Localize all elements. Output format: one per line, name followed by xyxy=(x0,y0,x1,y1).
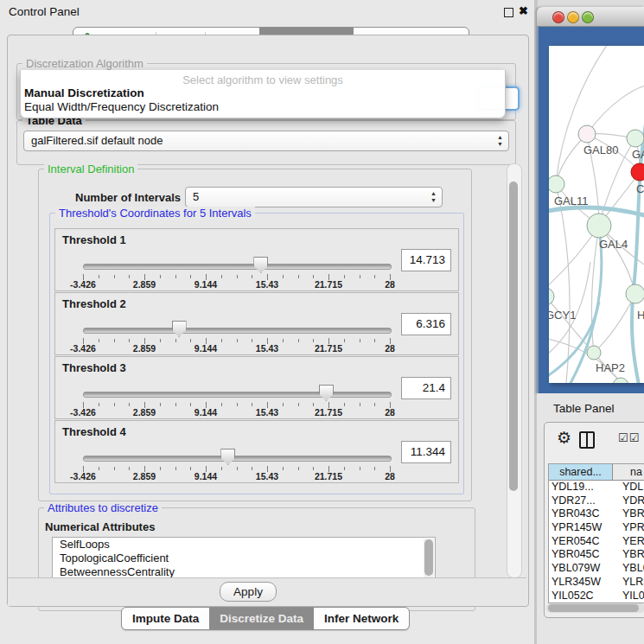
zoom-traffic-light-icon[interactable] xyxy=(582,11,594,23)
slider-thumb[interactable] xyxy=(319,385,334,401)
network-node-partial[interactable] xyxy=(613,378,628,383)
dropdown-item[interactable]: Manual Discretization xyxy=(21,86,505,100)
gear-icon[interactable]: ⚙ xyxy=(557,430,571,447)
scrollbar-thumb[interactable] xyxy=(509,182,518,491)
threshold-panel: Threshold 1 -3.4262.8599.14415.4321.7152… xyxy=(54,228,459,291)
threshold-value-box[interactable]: 11.344 xyxy=(401,441,451,463)
threshold-value-box[interactable]: 6.316 xyxy=(401,313,451,335)
tick-mark xyxy=(114,275,115,278)
slider-track[interactable] xyxy=(83,328,392,334)
network-edge xyxy=(549,338,621,382)
network-node-C[interactable] xyxy=(631,163,644,181)
cell-shared-name: YDR27... xyxy=(552,494,596,508)
attribute-item[interactable]: SelfLoops xyxy=(53,538,435,552)
slider-track[interactable] xyxy=(83,456,392,462)
network-node-GCY1[interactable] xyxy=(549,288,554,305)
tick-mark xyxy=(237,275,238,278)
dropdown-item[interactable]: Equal Width/Frequency Discretization xyxy=(21,100,505,114)
cell-name: YER0 xyxy=(622,535,644,549)
attribute-items: SelfLoopsTopologicalCoefficientBetweenne… xyxy=(53,538,435,579)
tick-label: 28 xyxy=(385,343,395,354)
tick-label: 21.715 xyxy=(315,407,342,418)
number-of-intervals-combobox[interactable]: 5 ▲▼ xyxy=(185,187,443,207)
cell-name: YPR1 xyxy=(622,521,644,535)
column-header-name[interactable]: na xyxy=(613,464,644,481)
table-row[interactable]: YLR345WYLR3 xyxy=(549,576,644,590)
scrollbar-thumb[interactable] xyxy=(548,604,639,612)
number-of-intervals-label: Number of Intervals xyxy=(75,191,181,204)
threshold-panel: Threshold 4 -3.4262.8599.14415.4321.7152… xyxy=(54,420,459,483)
numerical-attributes-list[interactable]: SelfLoopsTopologicalCoefficientBetweenne… xyxy=(52,537,436,583)
network-canvas[interactable]: GAL80GACGAL11GAL4GCY1HHAP2 xyxy=(549,46,644,383)
tick-mark xyxy=(360,403,360,406)
network-graph: GAL80GACGAL11GAL4GCY1HHAP2 xyxy=(549,46,644,383)
attributes-scrollbar[interactable] xyxy=(424,539,434,582)
threshold-value-box[interactable]: 21.4 xyxy=(401,377,451,399)
network-edge xyxy=(556,184,570,383)
table-horizontal-scrollbar[interactable] xyxy=(546,603,644,613)
table-data-combobox[interactable]: galFiltered.sif default node ▲▼ xyxy=(23,131,509,151)
tab-impute-data[interactable]: Impute Data xyxy=(122,608,209,629)
network-node-H[interactable] xyxy=(626,284,644,303)
network-node-GAL4[interactable] xyxy=(587,214,611,238)
attribute-item[interactable]: TopologicalCoefficient xyxy=(53,552,435,565)
network-node-GA[interactable] xyxy=(627,130,644,147)
minimize-traffic-light-icon[interactable] xyxy=(567,11,579,23)
network-node-GAL11[interactable] xyxy=(549,175,564,193)
mac-titlebar[interactable] xyxy=(537,7,644,27)
tick-mark xyxy=(283,275,284,278)
tick-mark xyxy=(175,403,176,406)
close-traffic-light-icon[interactable] xyxy=(552,11,564,23)
tab-discretize-data[interactable]: Discretize Data xyxy=(209,608,314,629)
tab-infer-network[interactable]: Infer Network xyxy=(314,608,409,629)
slider-track[interactable] xyxy=(83,392,392,398)
network-node-GAL80[interactable] xyxy=(578,125,596,143)
tick-mark xyxy=(160,467,161,470)
tick-mark xyxy=(344,339,345,342)
tick-mark xyxy=(313,275,314,278)
float-window-icon[interactable] xyxy=(504,8,513,17)
apply-button[interactable]: Apply xyxy=(220,582,277,602)
close-icon[interactable]: ✖ xyxy=(519,4,528,17)
tick-mark xyxy=(252,339,252,342)
tick-mark xyxy=(129,467,130,470)
tick-label: 15.43 xyxy=(256,471,278,481)
table-row[interactable]: YDR27...YDR2 xyxy=(549,494,644,508)
stepper-arrows-icon: ▲▼ xyxy=(497,134,503,148)
column-header-shared-name[interactable]: shared... xyxy=(549,464,613,481)
slider-track[interactable] xyxy=(83,264,392,270)
table-row[interactable]: YPR145WYPR1 xyxy=(549,521,644,535)
table-row[interactable]: YIL052CYIL0 xyxy=(549,590,644,603)
tick-mark xyxy=(99,275,99,278)
network-node-HAP2[interactable] xyxy=(587,346,601,360)
table-row[interactable]: YBR043CYBR0 xyxy=(549,507,644,521)
cell-name: YIL0 xyxy=(622,590,644,603)
settings-scrollbar[interactable] xyxy=(507,163,522,578)
tick-mark xyxy=(313,467,314,470)
dropdown-list: Manual DiscretizationEqual Width/Frequen… xyxy=(21,86,505,114)
slider-thumb[interactable] xyxy=(220,449,235,465)
table-row[interactable]: YDL19...YDL1 xyxy=(549,481,644,494)
tick-label: 28 xyxy=(385,471,395,481)
table-row[interactable]: YBR045CYBR0 xyxy=(549,548,644,562)
node-label-HAP2: HAP2 xyxy=(596,361,625,374)
tick-mark xyxy=(175,275,176,278)
select-columns-checkboxes-icon[interactable]: ☑☑ xyxy=(618,431,640,444)
tick-mark xyxy=(190,275,191,278)
threshold-coordinates-title: Threshold's Coordinates for 5 Intervals xyxy=(55,207,255,220)
slider-thumb[interactable] xyxy=(253,257,268,273)
tick-mark xyxy=(190,403,191,406)
tab-label: Impute Data xyxy=(132,612,199,625)
tick-label: 21.715 xyxy=(315,279,342,290)
tick-mark xyxy=(237,339,238,342)
tick-label: 2.859 xyxy=(133,279,156,290)
threshold-value-box[interactable]: 14.713 xyxy=(401,249,451,271)
tick-mark xyxy=(374,339,375,342)
columns-icon[interactable] xyxy=(579,431,595,449)
table-row[interactable]: YBL079WYBL0 xyxy=(549,562,644,576)
node-label-H: H xyxy=(637,309,644,322)
tick-label: 15.43 xyxy=(256,343,278,354)
table-row[interactable]: YER054CYER0 xyxy=(549,535,644,549)
slider-thumb[interactable] xyxy=(172,321,187,337)
scrollbar-thumb[interactable] xyxy=(424,539,433,576)
